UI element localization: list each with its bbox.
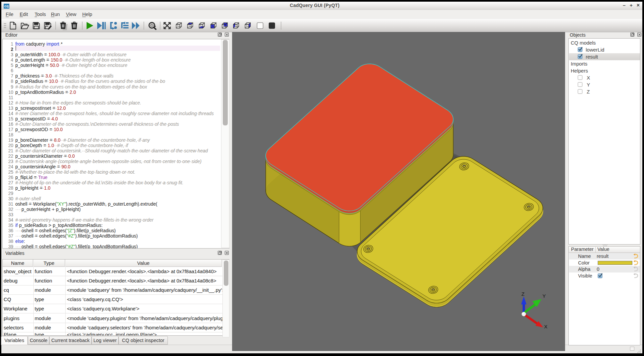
svg-text:X: X xyxy=(544,324,547,329)
svg-text:Z: Z xyxy=(521,291,524,297)
svg-text:Y: Y xyxy=(542,293,546,299)
